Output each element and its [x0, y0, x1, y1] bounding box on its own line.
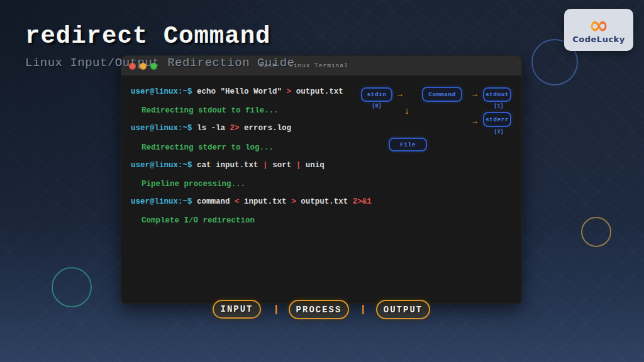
diagram-node-command: Command — [422, 87, 462, 102]
redirect-operator: < — [235, 197, 240, 206]
minimize-window-icon[interactable] — [140, 63, 147, 70]
diagram-node-stdin: stdin — [361, 87, 392, 102]
redirect-operator: > — [287, 87, 292, 96]
terminal-window: bash - Linux Terminal user@linux:~$ echo… — [121, 55, 522, 304]
terminal-comment-line: Redirecting stderr to log... — [142, 143, 274, 152]
page-subtitle: Linux Input/Output Redirection Guide — [25, 56, 294, 70]
redirect-operator: 2>&1 — [353, 197, 372, 206]
arrow-right-icon: → — [394, 90, 406, 99]
redirect-operator: 2> — [230, 124, 240, 133]
terminal-command-line: user@linux:~$ echo "Hello World" > outpu… — [131, 87, 343, 96]
logo-brand-text: CodeLucky — [572, 35, 625, 44]
terminal-comment-line: Pipeline processing... — [142, 180, 245, 189]
arrow-down-icon: ↓ — [402, 106, 412, 117]
header: redirect Command Linux Input/Output Redi… — [25, 23, 294, 70]
maximize-window-icon[interactable] — [150, 63, 157, 70]
window-controls — [129, 63, 157, 70]
redirect-operator: > — [291, 197, 296, 206]
decorative-circle-teal — [52, 267, 92, 307]
pipe-operator: | — [263, 161, 268, 170]
input-button[interactable]: INPUT — [213, 300, 261, 319]
command-text: errors.log — [244, 124, 291, 133]
pipe-operator: | — [296, 161, 301, 170]
diagram-node-stdout: stdout — [483, 87, 511, 102]
terminal-command-line: user@linux:~$ ls -la 2> errors.log — [131, 124, 291, 133]
terminal-command-line: user@linux:~$ cat input.txt | sort | uni… — [131, 161, 325, 170]
shell-prompt: user@linux:~$ — [131, 124, 192, 133]
pill-separator: | — [360, 304, 366, 315]
arrow-right-icon: → — [469, 117, 480, 126]
diagram-node-stderr: stderr — [483, 112, 511, 127]
shell-prompt: user@linux:~$ — [131, 197, 192, 206]
command-text: output.txt — [296, 87, 343, 96]
fd-label-stdout: (1) — [480, 103, 518, 109]
page-title: redirect Command — [25, 23, 294, 50]
output-button[interactable]: OUTPUT — [376, 300, 430, 319]
terminal-comment-line: Complete I/O redirection — [142, 216, 255, 225]
codelucky-logo: ∞ CodeLucky — [564, 9, 633, 51]
command-text: ls -la — [197, 124, 225, 133]
command-text: command — [197, 197, 230, 206]
command-text: uniq — [306, 161, 325, 170]
fd-label-stdin: (0) — [358, 103, 396, 109]
decorative-circle-gold — [581, 217, 611, 247]
terminal-command-line: user@linux:~$ command < input.txt > outp… — [131, 197, 372, 206]
command-text: echo "Hello World" — [197, 87, 282, 96]
command-text: output.txt — [301, 197, 348, 206]
pill-separator: | — [273, 304, 279, 315]
shell-prompt: user@linux:~$ — [131, 161, 192, 170]
shell-prompt: user@linux:~$ — [131, 87, 192, 96]
fd-label-stderr: (2) — [480, 129, 518, 135]
diagram-node-file: File — [389, 138, 427, 151]
close-window-icon[interactable] — [129, 63, 136, 70]
terminal-comment-line: Redirecting stdout to file... — [142, 106, 279, 115]
process-button[interactable]: PROCESS — [289, 300, 349, 319]
command-text: cat input.txt — [197, 161, 258, 170]
infinity-icon: ∞ — [589, 16, 609, 35]
command-text: input.txt — [244, 197, 287, 206]
command-text: sort — [272, 161, 291, 170]
arrow-right-icon: → — [469, 90, 480, 99]
